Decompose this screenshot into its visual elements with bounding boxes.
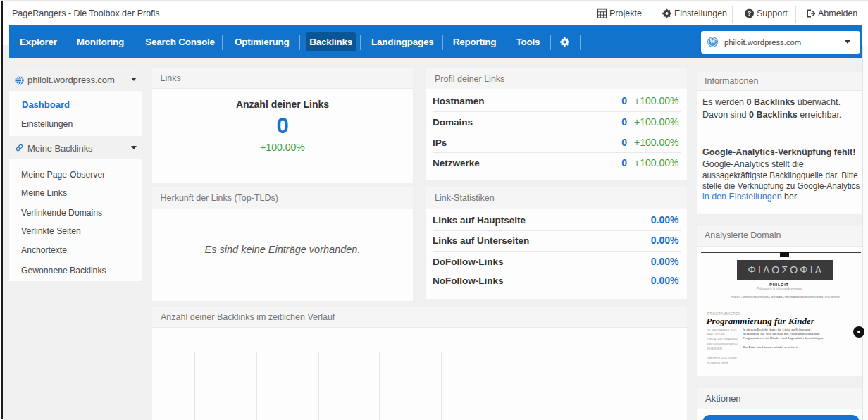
svg-text:?: ?	[748, 10, 752, 17]
svg-text:W: W	[709, 39, 716, 45]
